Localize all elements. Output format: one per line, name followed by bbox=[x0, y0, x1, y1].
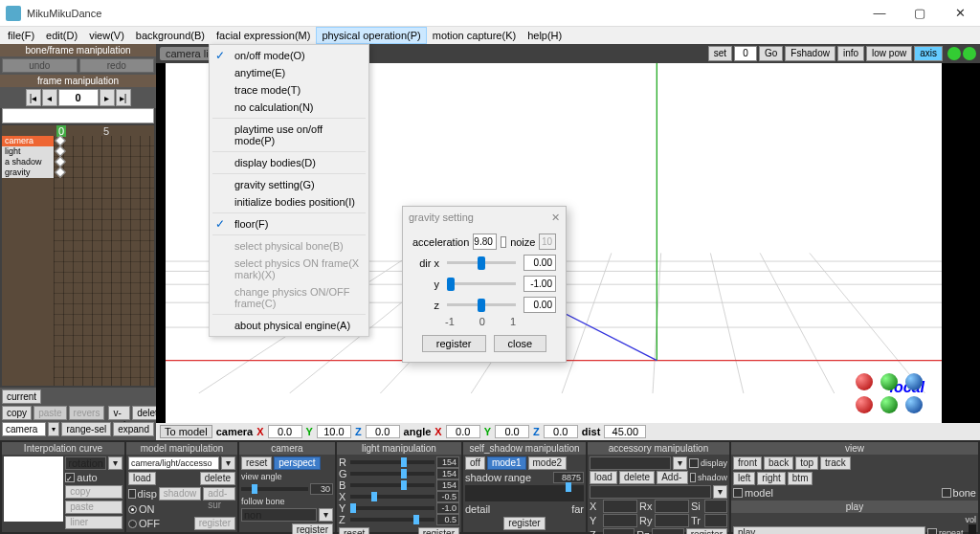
interp-liner-button[interactable]: liner bbox=[65, 516, 122, 529]
frame-last-button[interactable]: ▸| bbox=[116, 89, 131, 106]
menu-item[interactable]: display bodies(D) bbox=[212, 154, 367, 171]
menu-item[interactable]: no calculation(N) bbox=[212, 99, 367, 116]
redo-button[interactable]: redo bbox=[79, 58, 155, 73]
menu-item[interactable]: playtime use on/off mode(P) bbox=[212, 121, 367, 149]
dialog-close-icon[interactable]: ✕ bbox=[551, 211, 560, 224]
keyframe-icon[interactable] bbox=[55, 135, 65, 145]
undo-button[interactable]: undo bbox=[2, 58, 78, 73]
move-icon[interactable] bbox=[963, 47, 976, 60]
copy-button[interactable]: copy bbox=[2, 406, 32, 420]
interp-paste-button[interactable]: paste bbox=[65, 501, 122, 514]
keyframe-icon[interactable] bbox=[55, 145, 65, 156]
keyframe-icon[interactable] bbox=[55, 156, 65, 167]
menu-view[interactable]: view(V) bbox=[83, 27, 130, 44]
menu-facial-expression[interactable]: facial expression(M) bbox=[211, 27, 316, 44]
camera-reset-button[interactable]: reset bbox=[241, 456, 272, 470]
menu-motion-capture[interactable]: motion capture(K) bbox=[427, 27, 522, 44]
menu-item[interactable]: trace mode(T) bbox=[212, 81, 367, 99]
model-register-button[interactable]: register bbox=[194, 517, 235, 530]
track-label-light[interactable]: light bbox=[2, 146, 54, 157]
angle-y-field[interactable]: 0.0 bbox=[495, 425, 529, 438]
dirz-field[interactable]: 0.00 bbox=[523, 297, 556, 313]
track-row[interactable] bbox=[54, 167, 154, 178]
menu-edit[interactable]: edit(D) bbox=[40, 27, 83, 44]
range-sel-button[interactable]: range-sel bbox=[61, 422, 111, 436]
gravity-register-button[interactable]: register bbox=[422, 335, 486, 352]
menu-item[interactable]: anytime(E) bbox=[212, 64, 367, 81]
dirz-slider[interactable] bbox=[447, 303, 516, 306]
track-label-shadow[interactable]: a shadow bbox=[2, 157, 54, 167]
axis-button[interactable]: axis bbox=[914, 46, 943, 61]
menu-physical-operation[interactable]: physical operation(P) bbox=[316, 27, 426, 44]
keyframe-icon[interactable] bbox=[55, 167, 65, 177]
camera-y-field[interactable]: 10.0 bbox=[317, 425, 351, 438]
track-row[interactable] bbox=[54, 146, 154, 157]
angle-z-field[interactable]: 0.0 bbox=[544, 425, 578, 438]
menu-background[interactable]: background(B) bbox=[130, 27, 211, 44]
acceleration-field[interactable]: 9.80 bbox=[473, 234, 496, 250]
magnify-icon[interactable] bbox=[947, 47, 961, 60]
dirx-slider[interactable] bbox=[447, 261, 516, 264]
set-value-field[interactable]: 0 bbox=[734, 46, 757, 61]
noize-checkbox[interactable] bbox=[501, 236, 506, 248]
lowpow-button[interactable]: low pow bbox=[866, 46, 912, 61]
maximize-button[interactable]: ▢ bbox=[900, 0, 940, 27]
track-row[interactable] bbox=[54, 157, 154, 167]
track-row[interactable] bbox=[54, 136, 154, 146]
model-select[interactable]: camera/light/accesso bbox=[128, 456, 219, 470]
camera-z-field[interactable]: 0.0 bbox=[366, 425, 400, 438]
close-button[interactable]: ✕ bbox=[940, 0, 980, 27]
revers-button[interactable]: revers bbox=[69, 406, 105, 420]
shadow-range-slider[interactable] bbox=[465, 485, 584, 501]
perspect-button[interactable]: perspect bbox=[274, 456, 320, 470]
diry-slider[interactable] bbox=[447, 282, 516, 285]
auto-checkbox[interactable] bbox=[65, 473, 75, 482]
view-angle-slider[interactable] bbox=[241, 487, 308, 491]
minimize-button[interactable]: — bbox=[859, 0, 900, 27]
track-label-gravity[interactable]: gravity bbox=[2, 167, 54, 178]
dist-field[interactable]: 45.00 bbox=[604, 425, 646, 438]
gravity-close-button[interactable]: close bbox=[494, 335, 547, 352]
rotation-gizmo[interactable] bbox=[852, 373, 928, 417]
current-button[interactable]: current bbox=[2, 389, 41, 404]
follow-bone-select[interactable]: non bbox=[241, 508, 317, 522]
menu-item[interactable]: about physical engine(A) bbox=[212, 317, 367, 334]
menu-help[interactable]: help(H) bbox=[522, 27, 568, 44]
model-load-button[interactable]: load bbox=[128, 472, 156, 485]
menu-item[interactable]: ✓on/off mode(O) bbox=[212, 47, 367, 64]
info-button[interactable]: info bbox=[837, 46, 864, 61]
expand-button[interactable]: expand bbox=[113, 422, 154, 436]
fshadow-button[interactable]: Fshadow bbox=[785, 46, 835, 61]
interp-mode-select[interactable]: rotation bbox=[65, 456, 106, 470]
interp-canvas[interactable] bbox=[4, 456, 63, 522]
vsel-button[interactable]: v-sel bbox=[108, 406, 130, 420]
disp-checkbox[interactable] bbox=[128, 489, 136, 499]
diry-field[interactable]: -1.00 bbox=[523, 276, 556, 292]
timeline-scrollbar[interactable] bbox=[2, 108, 154, 123]
to-model-button[interactable]: To model bbox=[160, 425, 212, 438]
track-target-dropdown[interactable]: ▾ bbox=[48, 422, 59, 436]
paste-button[interactable]: paste bbox=[33, 406, 66, 420]
set-button[interactable]: set bbox=[708, 46, 732, 61]
menu-item[interactable]: ✓floor(F) bbox=[212, 215, 367, 233]
menu-item[interactable]: initialize bodies position(I) bbox=[212, 193, 367, 211]
off-radio[interactable] bbox=[128, 520, 137, 528]
angle-x-field[interactable]: 0.0 bbox=[446, 425, 480, 438]
frame-prev-button[interactable]: ◂ bbox=[42, 89, 57, 106]
model-delete-button[interactable]: delete bbox=[200, 472, 235, 485]
frame-first-button[interactable]: |◂ bbox=[26, 89, 41, 106]
dirx-field[interactable]: 0.00 bbox=[523, 255, 556, 271]
go-button[interactable]: Go bbox=[759, 46, 783, 61]
acc-select[interactable] bbox=[590, 456, 671, 470]
camera-x-field[interactable]: 0.0 bbox=[268, 425, 302, 438]
interp-copy-button[interactable]: copy bbox=[65, 485, 122, 499]
track-target-field[interactable]: camera bbox=[2, 422, 46, 436]
camera-register-button[interactable]: register bbox=[292, 523, 333, 534]
track-label-camera[interactable]: camera bbox=[2, 136, 54, 146]
frame-next-button[interactable]: ▸ bbox=[100, 89, 115, 106]
on-radio[interactable] bbox=[128, 505, 137, 514]
menu-file[interactable]: file(F) bbox=[2, 27, 40, 44]
volume-slider[interactable] bbox=[969, 524, 976, 534]
menu-item[interactable]: gravity setting(G) bbox=[212, 176, 367, 193]
frame-number-field[interactable]: 0 bbox=[58, 89, 99, 106]
